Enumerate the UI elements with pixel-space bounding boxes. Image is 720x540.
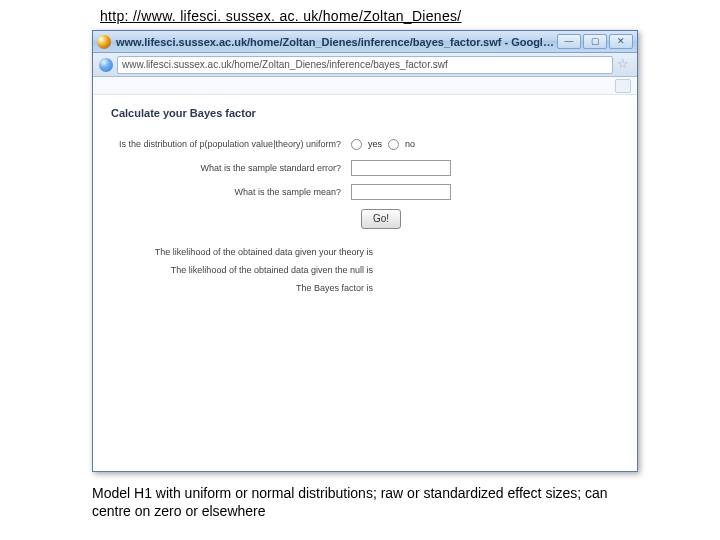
result-bayes-factor: The Bayes factor is (111, 283, 379, 293)
window-title: www.lifesci.sussex.ac.uk/home/Zoltan_Die… (116, 36, 557, 48)
result-likelihood-theory: The likelihood of the obtained data give… (111, 247, 379, 257)
title-bar: www.lifesci.sussex.ac.uk/home/Zoltan_Die… (93, 31, 637, 53)
page-toolbar (93, 77, 637, 95)
close-button[interactable]: ✕ (609, 34, 633, 49)
page-title: Calculate your Bayes factor (111, 107, 619, 119)
popout-icon[interactable] (615, 79, 631, 93)
label-uniform: Is the distribution of p(population valu… (111, 139, 351, 150)
globe-icon (99, 58, 113, 72)
browser-window: www.lifesci.sussex.ac.uk/home/Zoltan_Die… (92, 30, 638, 472)
address-input[interactable]: www.lifesci.sussex.ac.uk/home/Zoltan_Die… (117, 56, 613, 74)
label-standard-error: What is the sample standard error? (111, 163, 351, 174)
label-sample-mean: What is the sample mean? (111, 187, 351, 198)
input-standard-error[interactable] (351, 160, 451, 176)
minimize-button[interactable]: — (557, 34, 581, 49)
slide-caption: Model H1 with uniform or normal distribu… (92, 484, 642, 520)
bookmark-star-icon[interactable] (617, 58, 631, 72)
maximize-button[interactable]: ▢ (583, 34, 607, 49)
source-url-link[interactable]: http: //www. lifesci. sussex. ac. uk/hom… (100, 8, 462, 24)
chrome-icon (97, 35, 111, 49)
radio-yes[interactable] (351, 139, 362, 150)
radio-no[interactable] (388, 139, 399, 150)
result-likelihood-null: The likelihood of the obtained data give… (111, 265, 379, 275)
input-sample-mean[interactable] (351, 184, 451, 200)
radio-yes-label: yes (368, 139, 382, 149)
radio-no-label: no (405, 139, 415, 149)
address-bar: www.lifesci.sussex.ac.uk/home/Zoltan_Die… (93, 53, 637, 77)
go-button[interactable]: Go! (361, 209, 401, 229)
page-content: Calculate your Bayes factor Is the distr… (93, 77, 637, 471)
